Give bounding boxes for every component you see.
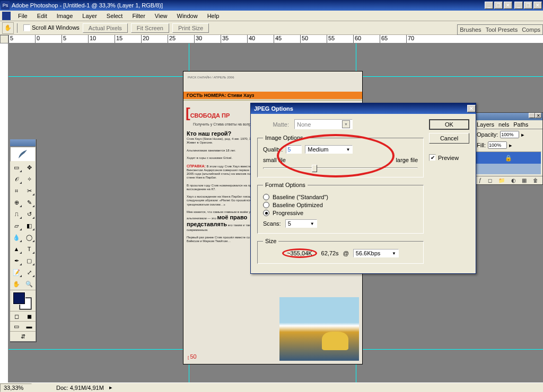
radio-baseline-standard[interactable]: Baseline ("Standard") xyxy=(263,194,418,200)
at-label: @ xyxy=(343,250,349,256)
shape-tool-icon[interactable]: ▢ xyxy=(23,255,36,266)
ruler-origin[interactable] xyxy=(0,35,8,43)
layer-fx-icon[interactable]: ƒ xyxy=(479,177,482,183)
zoom-tool-icon[interactable]: 🔍 xyxy=(23,278,36,290)
menu-select[interactable]: Select xyxy=(102,12,127,20)
tab-brushes[interactable]: Brushes xyxy=(460,26,481,33)
notes-tool-icon[interactable]: 📝 xyxy=(10,266,23,278)
ruler-horizontal[interactable]: 5 0 5 10 15 20 25 30 35 40 45 50 55 60 6… xyxy=(0,35,543,43)
stamp-tool-icon[interactable]: ⎍ xyxy=(10,208,23,220)
tab-tool-presets[interactable]: Tool Presets xyxy=(486,26,518,33)
panel-close-icon[interactable]: ✕ xyxy=(535,113,541,118)
menu-help[interactable]: Help xyxy=(203,12,224,20)
tab-layers[interactable]: Layers xyxy=(475,120,496,129)
standard-mode-icon[interactable]: ◻ xyxy=(10,311,23,321)
quality-slider[interactable] xyxy=(263,164,418,172)
opacity-stepper-icon[interactable]: ▸ xyxy=(521,131,524,138)
doc-restore-button[interactable]: ❐ xyxy=(494,2,503,9)
scans-dropdown[interactable]: 5 ▼ xyxy=(285,219,317,228)
wand-tool-icon[interactable]: ✧ xyxy=(23,173,36,185)
layer-row[interactable]: 🔒 xyxy=(476,152,541,164)
path-select-tool-icon[interactable]: ▲ xyxy=(10,243,23,255)
fill-input[interactable] xyxy=(488,141,507,149)
slice-tool-icon[interactable]: ✂ xyxy=(23,185,36,197)
eraser-tool-icon[interactable]: ▱ xyxy=(10,220,23,231)
dodge-tool-icon[interactable]: ◯ xyxy=(23,231,36,243)
status-menu-icon[interactable]: ▸ xyxy=(109,384,112,391)
lasso-tool-icon[interactable]: 𝒪 xyxy=(10,173,23,185)
speed-value: 56.6Kbps xyxy=(356,250,380,256)
dialog-titlebar[interactable]: JPEG Options ✕ xyxy=(251,103,476,114)
radio-progressive[interactable]: Progressive xyxy=(263,210,418,216)
heal-tool-icon[interactable]: ⊕ xyxy=(10,197,23,208)
app-restore-button[interactable]: ❐ xyxy=(524,2,532,9)
chevron-down-icon: ▼ xyxy=(392,251,396,256)
preview-checkbox[interactable]: ✔ Preview xyxy=(429,154,469,161)
layer-list[interactable]: 🔒 xyxy=(476,152,541,175)
matte-dropdown[interactable]: None ▼ xyxy=(294,119,353,129)
speed-dropdown[interactable]: 56.6Kbps ▼ xyxy=(353,249,399,257)
adobe-feather-icon[interactable] xyxy=(10,147,36,162)
image-options-legend: Image Options xyxy=(263,135,305,141)
menu-filter[interactable]: Filter xyxy=(128,12,149,20)
doc-minimize-button[interactable]: _ xyxy=(485,2,493,9)
quality-preset-dropdown[interactable]: Medium ▼ xyxy=(305,145,353,154)
quality-input[interactable] xyxy=(286,145,302,154)
zoom-status[interactable]: 33,33% xyxy=(0,384,32,392)
move-tool-icon[interactable]: ✥ xyxy=(23,162,36,173)
fit-screen-button[interactable]: Fit Screen xyxy=(131,23,169,33)
radio-baseline-optimized[interactable]: Baseline Optimized xyxy=(263,202,418,208)
ruler-tick: 55 xyxy=(327,35,353,43)
brush-tool-icon[interactable]: ✎ xyxy=(23,197,36,208)
hand-tool-icon[interactable]: ✋ xyxy=(2,22,14,34)
toolbox-titlebar[interactable] xyxy=(10,139,36,147)
menu-file[interactable]: File xyxy=(14,12,32,20)
tab-comps[interactable]: Comps xyxy=(522,26,540,33)
foreground-color-swatch[interactable] xyxy=(13,292,25,304)
gradient-tool-icon[interactable]: ◧ xyxy=(23,220,36,231)
radio-label: Progressive xyxy=(273,210,303,216)
doc-close-button[interactable]: ✕ xyxy=(504,2,512,9)
eyedropper-tool-icon[interactable]: ⤢ xyxy=(23,266,36,278)
delete-layer-icon[interactable]: 🗑 xyxy=(533,177,538,183)
panel-dock: Brushes Tool Presets Comps xyxy=(457,24,543,35)
type-tool-icon[interactable]: T xyxy=(23,243,36,255)
screen-standard-icon[interactable]: ▭ xyxy=(10,322,23,331)
menu-image[interactable]: Image xyxy=(52,12,77,20)
app-close-button[interactable]: ✕ xyxy=(533,2,542,9)
app-minimize-button[interactable]: _ xyxy=(514,2,523,9)
marquee-tool-icon[interactable]: ▭ xyxy=(10,162,23,173)
fill-stepper-icon[interactable]: ▸ xyxy=(509,142,512,149)
blur-tool-icon[interactable]: 💧 xyxy=(10,231,23,243)
chevron-down-icon: ▼ xyxy=(346,147,350,152)
new-folder-icon[interactable]: 📁 xyxy=(498,177,505,183)
ok-button[interactable]: OK xyxy=(429,119,469,130)
menu-edit[interactable]: Edit xyxy=(33,12,51,20)
menu-view[interactable]: View xyxy=(151,12,172,20)
history-brush-tool-icon[interactable]: ↺ xyxy=(23,208,36,220)
layers-panel-titlebar[interactable]: _ ✕ xyxy=(475,113,542,120)
layer-mask-icon[interactable]: ◻ xyxy=(488,177,492,183)
jump-imageready-icon[interactable]: ⇵ xyxy=(10,332,36,341)
new-layer-icon[interactable]: ▦ xyxy=(522,177,527,183)
tab-channels[interactable]: nels xyxy=(496,120,511,129)
print-size-button[interactable]: Print Size xyxy=(172,23,209,33)
crop-tool-icon[interactable]: ⌗ xyxy=(10,185,23,197)
actual-pixels-button[interactable]: Actual Pixels xyxy=(83,23,128,33)
tab-paths[interactable]: Paths xyxy=(511,120,530,129)
menu-window[interactable]: Window xyxy=(173,12,202,20)
menu-layer[interactable]: Layer xyxy=(78,12,101,20)
cancel-button[interactable]: Cancel xyxy=(429,133,469,144)
adjustment-layer-icon[interactable]: ◐ xyxy=(511,177,516,183)
pen-tool-icon[interactable]: ✒ xyxy=(10,255,23,266)
quickmask-mode-icon[interactable]: ◼ xyxy=(23,311,36,321)
hand-tool-icon[interactable]: ✋ xyxy=(10,278,23,290)
screen-full-menu-icon[interactable]: ▬ xyxy=(23,322,36,331)
format-options-legend: Format Options xyxy=(263,182,308,188)
slider-thumb[interactable] xyxy=(312,165,317,172)
panel-minimize-icon[interactable]: _ xyxy=(529,113,535,118)
dialog-close-button[interactable]: ✕ xyxy=(467,105,476,112)
scroll-all-checkbox[interactable]: Scroll All Windows xyxy=(23,24,80,32)
ruler-vertical[interactable] xyxy=(0,43,8,382)
opacity-input[interactable] xyxy=(500,131,519,138)
